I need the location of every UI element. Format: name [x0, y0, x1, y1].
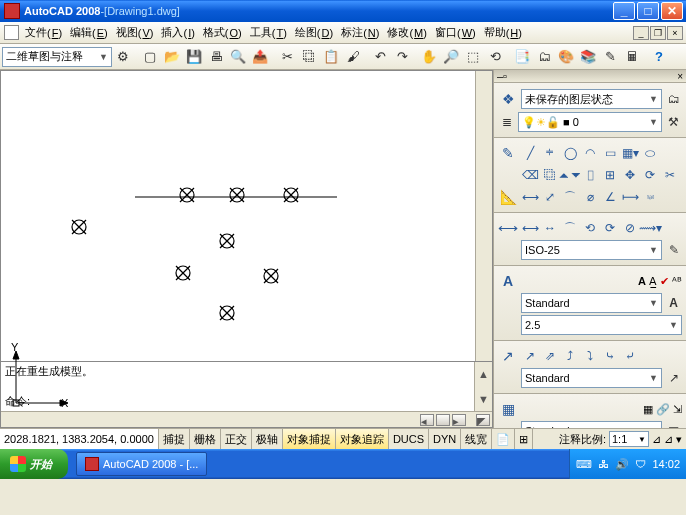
rect-icon[interactable]: ▭ [601, 144, 619, 162]
copy-obj-icon[interactable]: ⿻ [541, 166, 559, 184]
dtext-icon[interactable]: A̲ [649, 275, 657, 288]
d1-icon[interactable]: ⟷ [521, 219, 539, 237]
doc-close-button[interactable]: × [667, 26, 683, 40]
menu-file[interactable]: 文件(F) [21, 23, 66, 42]
sheetset-icon[interactable]: 📚 [578, 47, 598, 67]
tray-net-icon[interactable]: 🖧 [598, 458, 609, 470]
textstyle-combo[interactable]: Standard▼ [521, 293, 662, 313]
spell-icon[interactable]: ✔ [660, 275, 669, 288]
dyn-toggle[interactable]: DYN [429, 429, 461, 449]
redo-icon[interactable]: ↷ [392, 47, 412, 67]
mleader-icon[interactable]: ↗ [498, 346, 518, 366]
table-link-icon[interactable]: 🔗 [656, 403, 670, 416]
table-icon[interactable]: ▦ [498, 399, 518, 419]
mleader-combo[interactable]: Standard▼ [521, 368, 662, 388]
ml6-icon[interactable]: ⤶ [621, 347, 639, 365]
dashboard-header[interactable]: –▫× [494, 70, 686, 83]
tray-lang-icon[interactable]: ⌨ [576, 458, 592, 471]
polar-toggle[interactable]: 极轴 [252, 429, 283, 449]
model-toggle[interactable]: 📄 [492, 429, 515, 449]
undo-icon[interactable]: ↶ [370, 47, 390, 67]
doc-restore-button[interactable]: ❐ [650, 26, 666, 40]
clock[interactable]: 14:02 [652, 458, 680, 470]
ml1-icon[interactable]: ↗ [521, 347, 539, 365]
menu-draw[interactable]: 绘图(D) [291, 23, 337, 42]
hatch-dd-icon[interactable]: ▦▾ [621, 144, 639, 162]
plot-icon[interactable]: 🖶 [206, 47, 226, 67]
mtext-icon[interactable]: A [638, 275, 646, 287]
new-icon[interactable]: ▢ [140, 47, 160, 67]
pan-icon[interactable]: ✋ [419, 47, 439, 67]
d2-icon[interactable]: ↔ [541, 219, 559, 237]
dim-cont-icon[interactable]: ⟼ [621, 188, 639, 206]
menu-tools[interactable]: 工具(T) [246, 23, 291, 42]
ortho-toggle[interactable]: 正交 [221, 429, 252, 449]
d5-icon[interactable]: ⟳ [601, 219, 619, 237]
layer-combo[interactable]: 💡☀🔓■ 0▼ [518, 112, 662, 132]
dim-arc-icon[interactable]: ⌒ [561, 188, 579, 206]
ellipse-icon[interactable]: ⬭ [641, 144, 659, 162]
annotation-autoscale-icon[interactable]: ⊿ [664, 433, 673, 446]
textheight-combo[interactable]: 2.5▼ [521, 315, 682, 335]
help-icon[interactable]: ? [649, 47, 669, 67]
tablestyle-combo[interactable]: Standard▼ [521, 421, 662, 428]
workspace-combo[interactable]: 二维草图与注释 ▼ [2, 47, 112, 67]
save-icon[interactable]: 💾 [184, 47, 204, 67]
workspace-settings-icon[interactable]: ⚙ [113, 47, 133, 67]
publish-icon[interactable]: 📤 [250, 47, 270, 67]
maximize-button[interactable]: □ [637, 2, 659, 20]
table-extract-icon[interactable]: ⇲ [673, 403, 682, 416]
mleader-mgr-icon[interactable]: ↗ [665, 370, 682, 387]
menu-view[interactable]: 视图(V) [112, 23, 158, 42]
trim-icon[interactable]: ✂ [661, 166, 679, 184]
layer-tools-icon[interactable]: ⚒ [665, 114, 682, 131]
dim-angle-icon[interactable]: ∠ [601, 188, 619, 206]
d3-icon[interactable]: ⌒ [561, 219, 579, 237]
drawing-canvas[interactable]: Y X [1, 71, 475, 361]
matchprop-icon[interactable]: 🖌 [343, 47, 363, 67]
rotate-icon[interactable]: ⟳ [641, 166, 659, 184]
text-icon[interactable]: A [498, 271, 518, 291]
move-icon[interactable]: ✥ [621, 166, 639, 184]
cut-icon[interactable]: ✂ [277, 47, 297, 67]
line-icon[interactable]: ╱ [521, 144, 539, 162]
menu-edit[interactable]: 编辑(E) [66, 23, 112, 42]
taskbar-item-autocad[interactable]: AutoCAD 2008 - [... [76, 452, 207, 476]
command-hscroll[interactable]: ◂▸ ◤ [1, 411, 492, 427]
paste-icon[interactable]: 📋 [321, 47, 341, 67]
dim-linear-icon[interactable]: ⟷ [521, 188, 539, 206]
d7-icon[interactable]: ⟿▾ [641, 219, 659, 237]
dim-break-icon[interactable]: ⎃ [641, 188, 659, 206]
menu-modify[interactable]: 修改(M) [383, 23, 431, 42]
tablestyle-mgr-icon[interactable]: ▦ [665, 423, 682, 429]
d4-icon[interactable]: ⟲ [581, 219, 599, 237]
menu-dimension[interactable]: 标注(N) [337, 23, 383, 42]
command-vscroll[interactable]: ▲▼ [474, 362, 492, 411]
circle-icon[interactable]: ◯ [561, 144, 579, 162]
dim-radius-icon[interactable]: ⌀ [581, 188, 599, 206]
layer-props-icon[interactable]: ≣ [498, 114, 515, 131]
start-button[interactable]: 开始 [0, 449, 68, 479]
dimstyle-icon[interactable]: ⟷ [498, 218, 518, 238]
menu-help[interactable]: 帮助(H) [480, 23, 526, 42]
scale-text-icon[interactable]: ᴬᴮ [672, 275, 682, 288]
lwt-toggle[interactable]: 线宽 [461, 429, 492, 449]
ml5-icon[interactable]: ⤷ [601, 347, 619, 365]
system-tray[interactable]: ⌨ 🖧 🔊 🛡 14:02 [569, 449, 686, 479]
tray-vol-icon[interactable]: 🔊 [615, 458, 629, 471]
dimstyle-mgr-icon[interactable]: ✎ [665, 242, 682, 259]
dim-aligned-icon[interactable]: ⤢ [541, 188, 559, 206]
grid-toggle[interactable]: 栅格 [190, 429, 221, 449]
canvas-vscroll[interactable] [475, 71, 492, 361]
open-icon[interactable]: 📂 [162, 47, 182, 67]
layers-icon[interactable]: ❖ [498, 89, 518, 109]
textstyle-mgr-icon[interactable]: A [665, 295, 682, 312]
markup-icon[interactable]: ✎ [600, 47, 620, 67]
arc-icon[interactable]: ◠ [581, 144, 599, 162]
zoom-icon[interactable]: 🔎 [441, 47, 461, 67]
ml2-icon[interactable]: ⇗ [541, 347, 559, 365]
properties-icon[interactable]: 📑 [512, 47, 532, 67]
table-insert-icon[interactable]: ▦ [643, 403, 653, 416]
designcenter-icon[interactable]: 🗂 [534, 47, 554, 67]
annoscale-combo[interactable]: 1:1▼ [609, 431, 649, 447]
